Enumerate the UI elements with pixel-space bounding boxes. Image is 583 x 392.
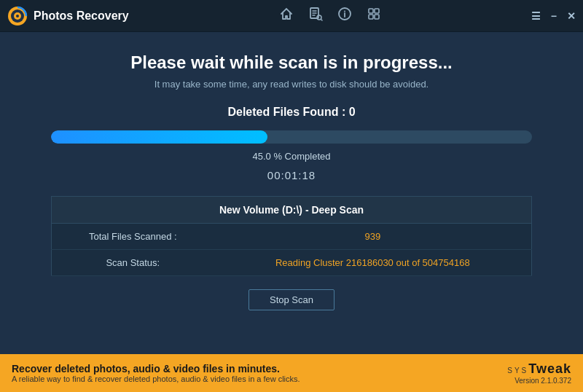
table-row: Scan Status: Reading Cluster 216186030 o…: [52, 250, 532, 276]
progress-fill: [51, 130, 267, 144]
table-header-row: New Volume (D:\) - Deep Scan: [52, 197, 532, 224]
files-count: 0: [349, 106, 356, 118]
stop-scan-button[interactable]: Stop Scan: [249, 289, 334, 310]
title-controls: ☰ − ✕: [531, 10, 576, 22]
progress-bar-container: [51, 130, 532, 144]
footer-promo-sub: A reliable way to find & recover deleted…: [12, 375, 300, 383]
scan-info-table: New Volume (D:\) - Deep Scan Total Files…: [51, 196, 532, 276]
minimize-button[interactable]: −: [551, 10, 557, 22]
app-logo-icon: [7, 6, 28, 26]
scan-subtext: It may take some time, any read writes t…: [51, 79, 532, 90]
grid-icon[interactable]: [367, 7, 381, 25]
title-left: Photos Recovery: [7, 6, 129, 26]
svg-point-7: [344, 11, 345, 12]
content-area: Please wait while scan is in progress...…: [0, 32, 583, 354]
files-found: Deleted Files Found : 0: [51, 106, 532, 119]
progress-text: 45.0 % Completed: [51, 151, 532, 162]
footer-brand: SYSTweak: [507, 361, 571, 377]
title-bar: Photos Recovery: [0, 0, 583, 32]
files-found-label: Deleted Files Found :: [227, 106, 345, 118]
table-row: Total Files Scanned : 939: [52, 224, 532, 250]
footer: Recover deleted photos, audio & video fi…: [0, 354, 583, 392]
title-nav: [279, 7, 381, 25]
row-label-0: Total Files Scanned :: [52, 224, 214, 250]
svg-rect-9: [375, 9, 379, 13]
svg-rect-11: [375, 15, 379, 19]
home-icon[interactable]: [279, 7, 294, 25]
footer-left: Recover deleted photos, audio & video fi…: [12, 363, 300, 383]
scan-heading: Please wait while scan is in progress...: [51, 52, 532, 73]
scan-icon[interactable]: [308, 7, 323, 25]
stop-btn-row: Stop Scan: [51, 289, 532, 318]
timer-text: 00:01:18: [51, 169, 532, 181]
footer-version: Version 2.1.0.372: [514, 377, 571, 385]
row-value-1: Reading Cluster 216186030 out of 5047541…: [214, 250, 532, 276]
close-button[interactable]: ✕: [567, 10, 576, 22]
app-title: Photos Recovery: [34, 9, 129, 23]
svg-rect-8: [369, 9, 373, 13]
table-header: New Volume (D:\) - Deep Scan: [52, 197, 532, 224]
svg-rect-10: [369, 15, 373, 19]
footer-promo-main: Recover deleted photos, audio & video fi…: [12, 363, 300, 375]
info-icon[interactable]: [337, 7, 352, 25]
row-value-0: 939: [214, 224, 532, 250]
row-label-1: Scan Status:: [52, 250, 214, 276]
footer-right: SYSTweak Version 2.1.0.372: [507, 361, 571, 385]
menu-button[interactable]: ☰: [531, 10, 541, 22]
svg-point-3: [16, 15, 19, 17]
